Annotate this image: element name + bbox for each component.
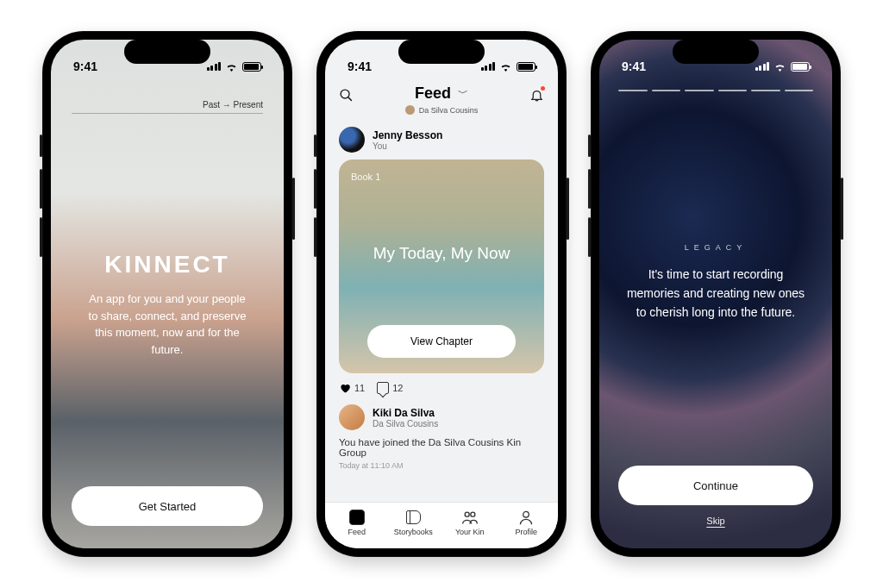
chevron-down-icon: ﹀	[458, 86, 468, 101]
tab-label: Feed	[348, 528, 366, 536]
status-icons	[207, 62, 262, 72]
status-icons	[755, 62, 811, 72]
svg-point-3	[471, 512, 475, 516]
timeline-label: Past → Present	[203, 100, 263, 109]
feed-icon	[349, 510, 365, 525]
battery-icon	[242, 62, 261, 72]
wifi-icon	[225, 62, 238, 72]
brand-title: KINNECT	[104, 251, 229, 278]
wifi-icon	[773, 62, 786, 72]
get-started-button[interactable]: Get Started	[72, 486, 263, 526]
like-button[interactable]: 11	[339, 382, 365, 394]
author-name: Kiki Da Silva	[373, 407, 438, 419]
dynamic-island	[398, 40, 485, 64]
battery-icon	[791, 62, 810, 72]
tab-profile[interactable]: Profile	[498, 510, 555, 536]
tab-storybooks[interactable]: Storybooks	[385, 510, 442, 536]
phone-frame-feed: 9:41 Feed ﹀ Da Silva Cousins	[316, 31, 567, 557]
comment-count: 12	[392, 383, 403, 393]
comment-icon	[377, 382, 389, 394]
group-name: Da Silva Cousins	[419, 106, 479, 115]
status-time: 9:41	[622, 59, 646, 73]
svg-point-2	[465, 512, 469, 516]
wifi-icon	[499, 62, 512, 72]
author-sub: You	[373, 141, 442, 151]
notifications-button[interactable]	[529, 88, 544, 106]
current-group[interactable]: Da Silva Cousins	[339, 105, 544, 115]
card-label: Book 1	[351, 172, 532, 182]
tab-your-kin[interactable]: Your Kin	[442, 510, 498, 536]
continue-button[interactable]: Continue	[618, 466, 813, 505]
author-name: Jenny Besson	[373, 129, 442, 141]
post-timestamp: Today at 11:10 AM	[339, 461, 544, 470]
battery-icon	[517, 62, 535, 72]
heart-icon	[339, 382, 351, 394]
tab-label: Your Kin	[455, 528, 485, 536]
brand-tagline: An app for you and your people to share,…	[86, 291, 249, 358]
notification-badge	[541, 86, 545, 91]
comment-button[interactable]: 12	[377, 382, 403, 394]
feed-title: Feed	[415, 84, 451, 103]
eyebrow-label: LEGACY	[685, 243, 748, 252]
tab-bar: Feed Storybooks Your Kin Profile	[325, 502, 558, 548]
post-body: You have joined the Da Silva Cousins Kin…	[339, 437, 544, 458]
status-icons	[481, 62, 536, 72]
phone-frame-legacy: 9:41 LEGACY It's time to start recording…	[591, 31, 841, 557]
tab-feed[interactable]: Feed	[329, 510, 385, 536]
legacy-body: It's time to start recording memories an…	[626, 266, 805, 322]
group-avatar	[405, 105, 415, 115]
search-icon[interactable]	[339, 88, 354, 106]
cellular-icon	[755, 62, 770, 71]
feed-title-dropdown[interactable]: Feed ﹀	[339, 84, 544, 103]
avatar	[339, 127, 365, 153]
svg-point-4	[523, 511, 529, 517]
avatar	[339, 404, 365, 430]
author-sub: Da Silva Cousins	[373, 419, 438, 428]
post-author[interactable]: Jenny Besson You	[339, 127, 544, 153]
cellular-icon	[207, 62, 222, 71]
view-chapter-button[interactable]: View Chapter	[367, 325, 516, 358]
status-time: 9:41	[73, 59, 97, 73]
storybook-card[interactable]: Book 1 My Today, My Now View Chapter	[339, 160, 544, 373]
svg-line-1	[348, 97, 352, 101]
book-icon	[406, 510, 421, 524]
story-progress[interactable]	[618, 90, 813, 91]
like-count: 11	[354, 383, 365, 393]
card-title: My Today, My Now	[351, 182, 532, 325]
dynamic-island	[124, 40, 210, 64]
people-icon	[461, 510, 479, 525]
dynamic-island	[673, 40, 759, 64]
tab-label: Storybooks	[394, 528, 433, 536]
divider	[72, 113, 263, 114]
status-time: 9:41	[348, 59, 372, 73]
post-author[interactable]: Kiki Da Silva Da Silva Cousins	[339, 404, 544, 430]
cellular-icon	[481, 62, 496, 71]
skip-link[interactable]: Skip	[618, 516, 813, 526]
svg-point-0	[341, 90, 349, 98]
profile-icon	[517, 510, 535, 525]
tab-label: Profile	[515, 528, 537, 536]
phone-frame-onboarding: 9:41 Past → Present KINNECT An app for y…	[42, 31, 292, 557]
